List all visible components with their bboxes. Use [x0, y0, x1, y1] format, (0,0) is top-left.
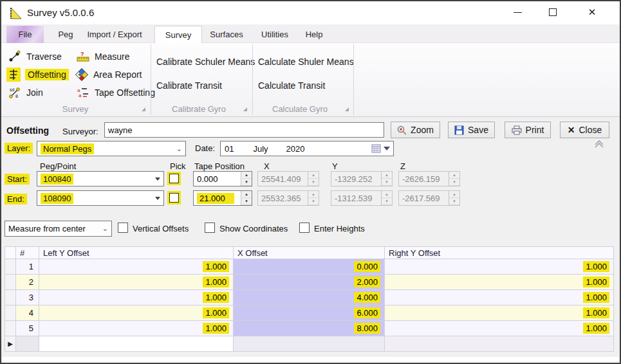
ribbon-traverse-button[interactable]: Traverse: [8, 50, 62, 64]
start-peg-combo[interactable]: 100840: [37, 171, 164, 187]
maximize-button[interactable]: [539, 1, 567, 23]
date-input[interactable]: 01 July 2020: [220, 141, 394, 156]
ribbon-tape-offsetting-button[interactable]: aa Tape Offsetting: [76, 86, 155, 100]
left-y-offset-cell[interactable]: 1.000: [39, 259, 234, 275]
x-offset-cell[interactable]: 4.000: [234, 290, 385, 305]
date-label: Date:: [195, 143, 215, 153]
spin-down-icon: ▼: [308, 198, 319, 205]
minimize-button[interactable]: [503, 1, 532, 23]
date-dropdown-icon[interactable]: [384, 147, 390, 150]
save-button[interactable]: Save: [448, 122, 495, 138]
ribbon-calculate-transit-button[interactable]: Calculate Transit: [258, 80, 325, 91]
date-year: 2020: [286, 144, 305, 154]
survey-group-launcher-icon[interactable]: [142, 107, 145, 111]
spin-down-icon: ▼: [449, 198, 459, 205]
ribbon-calculate-shuler-means-button[interactable]: Calculate Shuler Means: [258, 57, 354, 67]
right-y-offset-cell[interactable]: [385, 336, 614, 352]
x-offset-cell[interactable]: 0.000: [234, 259, 385, 275]
row-selector[interactable]: [5, 259, 16, 275]
tab-import-export[interactable]: Import / Export: [79, 26, 151, 43]
end-y-spinner: -1312.539 ▲▼: [331, 190, 393, 206]
left-y-offset-cell[interactable]: 1.000: [39, 305, 234, 321]
tab-survey[interactable]: Survey: [154, 26, 202, 44]
print-button[interactable]: Print: [505, 122, 551, 138]
peg-point-header: Peg/Point: [40, 161, 76, 171]
spin-up-icon: ▲: [308, 172, 319, 179]
start-x-spinner: 25541.409 ▲▼: [257, 171, 319, 187]
tab-surfaces[interactable]: Surfaces: [205, 26, 248, 43]
collapse-ribbon-icon[interactable]: [593, 140, 605, 149]
col-header-right-y-offset[interactable]: Right Y Offset: [385, 247, 614, 259]
right-y-offset-cell[interactable]: 1.000: [385, 321, 614, 336]
calculate-group-launcher-icon[interactable]: [345, 107, 349, 111]
end-peg-combo[interactable]: 108090: [37, 190, 164, 206]
spin-down-icon[interactable]: ▼: [241, 198, 252, 205]
x-offset-cell[interactable]: 8.000: [234, 321, 385, 336]
right-y-offset-cell[interactable]: 1.000: [385, 259, 614, 275]
show-coordinates-checkbox[interactable]: [205, 223, 215, 233]
end-z-spinner: -2617.569 ▲▼: [398, 190, 460, 206]
row-selector[interactable]: [5, 290, 16, 305]
tape-position-header: Tape Position: [194, 161, 245, 171]
vertical-offsets-checkbox[interactable]: [118, 223, 128, 233]
col-header-x-offset[interactable]: X Offset: [234, 247, 385, 259]
left-y-offset-cell[interactable]: [39, 336, 234, 352]
layer-select[interactable]: Normal Pegs ⌄: [37, 141, 186, 156]
ribbon-calibrate-schuler-means-button[interactable]: Calibrate Schuler Means: [156, 57, 255, 67]
surveyor-label: Surveyor:: [62, 127, 98, 136]
row-selector[interactable]: [5, 305, 16, 321]
left-y-offset-cell[interactable]: 1.000: [39, 275, 234, 290]
end-tape-spinner[interactable]: 21.000 ▲▼: [193, 190, 252, 206]
col-header-num[interactable]: #: [16, 247, 39, 259]
enter-heights-checkbox[interactable]: [299, 223, 310, 233]
dropdown-arrow-icon: [155, 197, 160, 200]
ribbon-group-calibrate-gyro-label: Calibrate Gyro: [163, 104, 234, 114]
x-offset-cell[interactable]: 2.000: [234, 275, 385, 290]
ribbon-calibrate-transit-button[interactable]: Calibrate Transit: [156, 80, 222, 91]
pick-header: Pick: [170, 161, 186, 171]
measure-icon: ?: [76, 50, 90, 64]
right-y-offset-cell[interactable]: 1.000: [385, 305, 614, 321]
tab-file[interactable]: File: [6, 26, 44, 43]
z-header: Z: [400, 161, 405, 171]
ribbon-measure-button[interactable]: ? Measure: [76, 50, 129, 64]
x-offset-cell[interactable]: 6.000: [234, 305, 385, 321]
close-window-button[interactable]: ✕: [578, 1, 606, 23]
x-offset-cell[interactable]: [234, 336, 385, 352]
row-gutter: [5, 247, 16, 259]
surveyor-input[interactable]: wayne: [104, 122, 384, 138]
spin-up-icon: ▲: [382, 172, 392, 179]
tab-peg[interactable]: Peg: [53, 26, 79, 43]
calibrate-group-launcher-icon[interactable]: [243, 107, 247, 111]
save-icon: [454, 125, 464, 135]
close-button[interactable]: ✕ Close: [560, 122, 609, 138]
right-y-offset-cell[interactable]: 1.000: [385, 290, 614, 305]
zoom-button[interactable]: Zoom: [391, 122, 440, 138]
ribbon-group-calculate-gyro-label: Calculate Gyro: [264, 104, 336, 114]
new-row-indicator-icon[interactable]: ▶: [5, 336, 16, 352]
ribbon-offsetting-button[interactable]: Offsetting: [6, 68, 69, 82]
ribbon-area-report-button[interactable]: Area Report: [75, 68, 142, 82]
enter-heights-label: Enter Heights: [314, 224, 365, 233]
row-selector[interactable]: [5, 275, 16, 290]
end-pick-checkbox[interactable]: [167, 191, 181, 205]
area-report-icon: [75, 68, 89, 82]
col-header-left-y-offset[interactable]: Left Y Offset: [39, 247, 234, 259]
ribbon-join-button[interactable]: sdθ Join: [8, 86, 43, 100]
dropdown-arrow-icon: [155, 177, 160, 181]
tab-help[interactable]: Help: [300, 26, 328, 43]
spin-up-icon[interactable]: ▲: [241, 191, 252, 198]
tab-utilities[interactable]: Utilities: [255, 26, 295, 43]
measure-from-select[interactable]: Measure from center ⌄: [5, 221, 112, 237]
left-y-offset-cell[interactable]: 1.000: [39, 290, 234, 305]
spin-up-icon[interactable]: ▲: [241, 172, 252, 179]
app-icon: [9, 6, 23, 20]
start-tape-spinner[interactable]: 0.000 ▲▼: [193, 171, 252, 187]
table-new-row: ▶: [5, 336, 614, 352]
spin-down-icon[interactable]: ▼: [241, 179, 252, 186]
right-y-offset-cell[interactable]: 1.000: [385, 275, 614, 290]
left-y-offset-cell[interactable]: 1.000: [39, 321, 234, 336]
start-pick-checkbox[interactable]: [167, 172, 181, 185]
x-header: X: [264, 161, 270, 171]
row-selector[interactable]: [5, 321, 16, 336]
